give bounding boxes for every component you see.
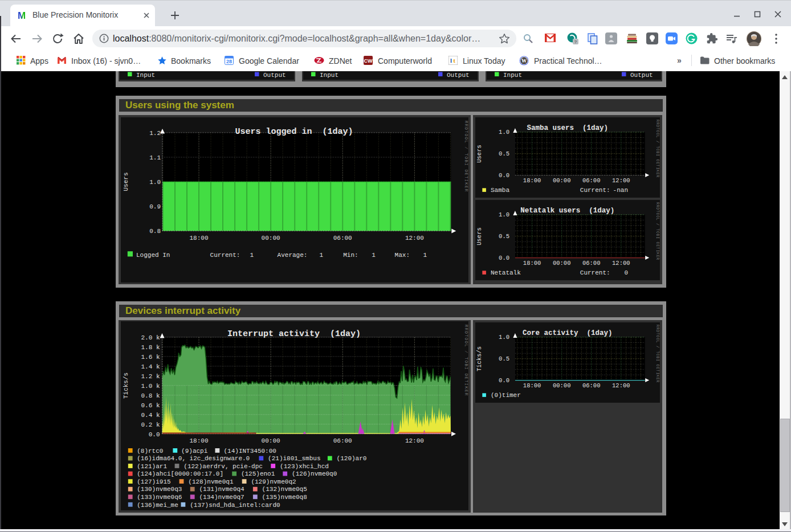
svg-text:0.9: 0.9 [149,203,161,210]
svg-text:1.0 k: 1.0 k [141,382,160,389]
svg-text:Users: Users [476,145,483,163]
svg-text:00:00: 00:00 [553,177,571,183]
svg-text:RRDTOOL / TOBI OETIKER: RRDTOOL / TOBI OETIKER [655,202,659,260]
svg-text:00:00: 00:00 [553,382,571,388]
svg-text:0: 0 [625,269,629,276]
svg-text:Input: Input [136,72,155,79]
svg-text:Ticks/s: Ticks/s [476,346,483,371]
svg-text:Users logged in (1day): Users logged in (1day) [235,126,353,136]
svg-text:Input: Input [320,72,339,79]
svg-text:(130)nvme0q3: (130)nvme0q3 [137,486,182,493]
svg-text:18:00: 18:00 [523,259,541,266]
svg-text:1: 1 [423,251,427,258]
svg-text:1.0: 1.0 [149,179,161,186]
svg-text:1.8 k: 1.8 k [141,344,160,351]
svg-text:(128)nvme0q1: (128)nvme0q1 [188,478,234,485]
svg-text:Output: Output [630,72,653,79]
svg-text:0.0: 0.0 [499,377,509,384]
svg-text:(21)i801_smbus: (21)i801_smbus [268,455,320,462]
svg-text:0.8: 0.8 [149,228,161,235]
svg-text:Output: Output [447,72,470,79]
svg-text:1.2: 1.2 [149,129,161,136]
svg-text:1: 1 [319,251,323,258]
svg-text:Current:: Current: [580,187,610,194]
svg-text:W: W [521,58,527,64]
svg-text:Interrupt activity (1day): Interrupt activity (1day) [227,329,361,338]
svg-text:Samba users (1day): Samba users (1day) [527,124,609,132]
svg-text:0.2 k: 0.2 k [141,421,160,428]
svg-text:18:00: 18:00 [523,177,541,183]
svg-text:1.0: 1.0 [499,211,509,218]
svg-text:CW: CW [364,58,373,64]
svg-text:Current:: Current: [580,269,610,276]
svg-text:(135)nvme0q8: (135)nvme0q8 [262,494,307,501]
svg-text:1.4 k: 1.4 k [141,363,160,370]
svg-text:0.5: 0.5 [499,150,509,157]
svg-text:12:00: 12:00 [405,437,424,444]
svg-text:00:00: 00:00 [262,437,280,444]
svg-text:(16)idma64.0, i2c_designware.0: (16)idma64.0, i2c_designware.0 [137,455,250,462]
svg-text:(121)ar1: (121)ar1 [137,463,167,469]
svg-text:18:00: 18:00 [189,437,208,444]
svg-text:06:00: 06:00 [333,235,352,242]
svg-text:Samba: Samba [491,187,509,194]
svg-text:06:00: 06:00 [582,382,601,388]
svg-text:12:00: 12:00 [612,382,630,388]
svg-text:Average:: Average: [278,251,308,258]
svg-text:18:00: 18:00 [189,235,208,242]
svg-text:(133)nvme0q6: (133)nvme0q6 [137,494,182,501]
svg-text:(8)rtc0: (8)rtc0 [137,447,163,454]
svg-text:(134)nvme0q7: (134)nvme0q7 [199,494,244,501]
svg-text:(123)xhci_hcd: (123)xhci_hcd [280,463,329,469]
svg-text:(137)snd_hda_intel:card0: (137)snd_hda_intel:card0 [190,501,280,508]
svg-text:00:00: 00:00 [553,259,571,266]
svg-text:00:00: 00:00 [262,235,280,242]
svg-text:Ticks/s: Ticks/s [123,372,129,398]
svg-text:1.2 k: 1.2 k [141,373,160,379]
svg-text:RRDTOOL / TOBI OETIKER: RRDTOOL / TOBI OETIKER [655,120,659,178]
svg-text:RRDTOOL / TOBI OETIKER: RRDTOOL / TOBI OETIKER [464,121,468,192]
svg-text:t: t [453,57,455,64]
svg-text:Max:: Max: [395,251,410,258]
svg-text:RRDTOOL / TOBI OETIKER: RRDTOOL / TOBI OETIKER [655,325,659,383]
svg-text:(14)INT3450:00: (14)INT3450:00 [224,447,276,454]
svg-text:28: 28 [226,59,232,64]
svg-text:?: ? [574,39,577,44]
svg-text:(124)ahci[0000:00:17.0]: (124)ahci[0000:00:17.0] [137,470,223,477]
svg-text:Output: Output [263,72,286,79]
svg-text:RRDTOOL / TOBI OETIKER: RRDTOOL / TOBI OETIKER [464,325,468,396]
svg-text:(120)ar0: (120)ar0 [337,455,367,462]
svg-text:0.6 k: 0.6 k [141,402,160,408]
svg-text:Users: Users [476,227,483,245]
svg-text:(136)mei_me: (136)mei_me [137,501,178,508]
svg-text:12:00: 12:00 [405,235,424,242]
svg-text:Logged In: Logged In [136,251,170,258]
svg-text:06:00: 06:00 [333,437,352,444]
svg-text:Current:: Current: [210,251,240,258]
svg-text:0.5: 0.5 [499,355,509,362]
svg-text:(122)aerdrv, pcie-dpc: (122)aerdrv, pcie-dpc [184,463,263,469]
svg-text:(126)nvme0q0: (126)nvme0q0 [292,470,337,477]
svg-text:0.0: 0.0 [149,431,160,437]
svg-text:1.0: 1.0 [499,334,509,341]
svg-text:1: 1 [250,251,254,258]
svg-text:0.0: 0.0 [499,172,509,179]
svg-text:Min:: Min: [343,251,358,258]
svg-text:(129)nvme0q2: (129)nvme0q2 [251,478,296,485]
svg-text:0.5: 0.5 [499,233,509,240]
svg-text:Users: Users [123,172,129,191]
svg-text:Netatalk users (1day): Netatalk users (1day) [521,206,615,214]
svg-text:1: 1 [372,251,376,258]
svg-text:0.8 k: 0.8 k [141,392,160,399]
svg-text:06:00: 06:00 [582,177,601,183]
svg-text:06:00: 06:00 [582,259,601,266]
svg-text:(0)timer: (0)timer [491,392,521,399]
svg-text:12:00: 12:00 [612,177,630,183]
svg-text:18:00: 18:00 [523,382,541,388]
svg-text:0.4 k: 0.4 k [141,411,160,418]
svg-text:1.0: 1.0 [499,129,509,136]
svg-text:1.1: 1.1 [149,154,161,161]
svg-text:(127)i915: (127)i915 [137,478,170,485]
svg-text:1.6 k: 1.6 k [141,353,160,360]
svg-text:(131)nvme0q4: (131)nvme0q4 [199,486,245,493]
